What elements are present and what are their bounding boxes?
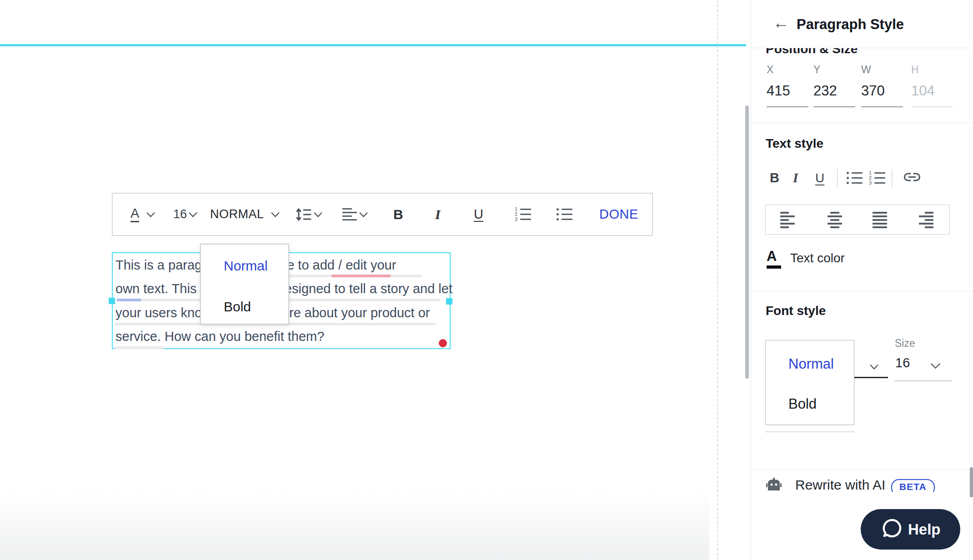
size-value[interactable]: 16 (895, 355, 910, 370)
font-style-dropdown-menu: Normal Bold (765, 340, 854, 425)
font-style-field-underline (765, 431, 854, 432)
bullet-list-button[interactable] (557, 194, 572, 235)
canvas-bottom-fade (0, 491, 709, 560)
text-color-button[interactable]: A (130, 194, 139, 235)
align-center-button[interactable] (828, 212, 842, 228)
link-button[interactable] (903, 172, 921, 185)
field-value-x[interactable]: 415 (767, 83, 790, 99)
spellcheck-underline (331, 275, 391, 277)
font-size-dropdown[interactable]: 16 (173, 194, 187, 235)
font-style-select-underline (854, 377, 888, 378)
menu-item-bold[interactable]: Bold (224, 299, 251, 315)
field-value-y[interactable]: 232 (813, 83, 837, 99)
text-style-heading: Text style (766, 136, 823, 151)
field-label-x: X (767, 64, 773, 76)
done-button[interactable]: DONE (599, 194, 638, 235)
field-label-w: W (861, 64, 871, 76)
back-arrow-icon[interactable]: ← (773, 15, 789, 31)
text-editor-toolbar: A 16 NORMAL B I U 1 2 3 DONE (112, 193, 653, 236)
align-right-icon (919, 212, 933, 228)
size-select-underline (894, 380, 952, 381)
red-status-dot (439, 339, 447, 347)
size-dropdown-arrow[interactable] (932, 361, 939, 369)
section-divider (751, 123, 973, 123)
paragraph-style-dropdown-arrow[interactable] (272, 194, 278, 235)
menu-item-normal[interactable]: Normal (224, 258, 268, 274)
chevron-down-icon (146, 209, 155, 217)
bullet-list-icon (847, 172, 863, 184)
page-boundary-guide (717, 0, 718, 560)
panel-title: Paragraph Style (797, 16, 904, 33)
canvas-scrollbar[interactable] (745, 105, 749, 379)
ai-robot-icon (766, 477, 782, 492)
bullet-list-icon (557, 208, 572, 220)
text-color-icon: A (767, 248, 777, 264)
numbered-list-button[interactable]: 1 2 3 (515, 194, 531, 235)
align-center-icon (828, 212, 842, 228)
grammar-underline-blue (117, 299, 141, 301)
help-button[interactable]: Help (861, 509, 960, 550)
field-value-w[interactable]: 370 (861, 83, 885, 99)
field-underline-w (861, 106, 903, 107)
chevron-down-icon (870, 361, 878, 369)
numbered-list-icon: 1 2 3 (869, 172, 885, 184)
toolbar-separator (837, 169, 838, 187)
help-label: Help (908, 521, 941, 538)
align-justify-button[interactable] (873, 212, 887, 228)
field-label-y: Y (813, 64, 820, 76)
chevron-down-icon (189, 209, 197, 217)
text-color-label: Text color (790, 251, 845, 265)
align-left-button[interactable] (780, 212, 795, 228)
text-color-icon: A (130, 207, 139, 222)
grammar-underline (115, 346, 164, 349)
text-color-button[interactable]: A (767, 249, 781, 269)
beta-badge: BETA (891, 479, 935, 492)
font-style-dropdown-arrow[interactable] (871, 362, 877, 370)
line-spacing-button[interactable] (296, 194, 312, 235)
text-color-swatch (767, 265, 781, 269)
rewrite-with-ai-label: Rewrite with AI (795, 477, 885, 492)
field-label-h: H (911, 64, 919, 76)
bold-button[interactable]: B (770, 170, 779, 185)
size-label: Size (895, 337, 915, 350)
style-dropdown-menu: Normal Bold (200, 244, 289, 325)
menu-item-bold[interactable]: Bold (788, 396, 817, 412)
alignment-dropdown-arrow[interactable] (361, 194, 366, 235)
italic-button[interactable]: I (435, 194, 441, 235)
chevron-down-icon (314, 209, 322, 217)
resize-handle-left[interactable] (109, 298, 115, 304)
align-justify-icon (873, 212, 887, 228)
bullet-list-button[interactable] (847, 172, 863, 184)
paragraph-style-dropdown[interactable]: NORMAL (210, 194, 264, 235)
section-divider (751, 291, 973, 291)
menu-item-normal[interactable]: Normal (788, 356, 834, 372)
chevron-down-icon (271, 209, 279, 217)
chevron-down-icon (931, 359, 940, 369)
chevron-down-icon (359, 209, 367, 217)
line-spacing-icon (296, 207, 312, 222)
line-spacing-dropdown-arrow[interactable] (315, 194, 321, 235)
section-top-edge-highlight (0, 44, 746, 46)
alignment-button[interactable] (342, 194, 357, 235)
field-underline-y (813, 106, 855, 107)
rewrite-with-ai-row[interactable]: Rewrite with AI BETA (751, 475, 973, 492)
underline-button[interactable]: U (474, 194, 483, 235)
numbered-list-button[interactable]: 1 2 3 (869, 172, 885, 184)
italic-button[interactable]: I (793, 170, 798, 185)
field-underline-h (911, 106, 953, 107)
paragraph-line[interactable]: service. How can you benefit them? (115, 329, 324, 344)
font-size-dropdown-arrow[interactable] (190, 194, 196, 235)
panel-scrollbar[interactable] (970, 467, 973, 497)
resize-handle-right[interactable] (446, 298, 452, 305)
section-divider (751, 469, 973, 470)
align-left-icon (342, 208, 357, 221)
bold-button[interactable]: B (393, 194, 403, 235)
panel-header: ← Paragraph Style (751, 0, 973, 48)
paragraph-style-panel: Position & Size ← Paragraph Style X 415 … (751, 0, 973, 560)
toolbar-separator (892, 169, 893, 187)
align-right-button[interactable] (919, 212, 933, 228)
chat-bubble-icon (881, 518, 903, 542)
field-value-h: 104 (911, 83, 935, 99)
underline-button[interactable]: U (815, 171, 824, 185)
text-color-dropdown-arrow[interactable] (148, 194, 154, 235)
